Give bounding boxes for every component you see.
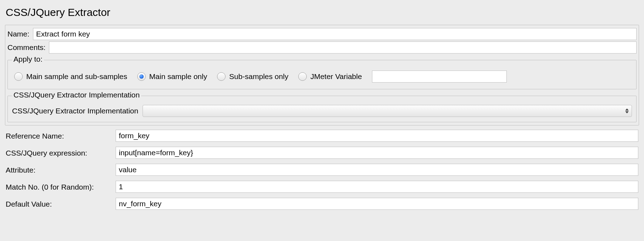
attribute-label: Attribute: bbox=[6, 165, 112, 174]
implementation-select[interactable] bbox=[143, 105, 632, 117]
match-no-input[interactable] bbox=[116, 181, 638, 193]
apply-to-legend: Apply to: bbox=[12, 55, 44, 63]
radio-main-only[interactable]: Main sample only bbox=[137, 72, 207, 81]
comments-label: Comments: bbox=[7, 43, 45, 52]
jmeter-variable-input[interactable] bbox=[372, 71, 507, 83]
svg-marker-1 bbox=[625, 111, 629, 113]
attribute-input[interactable] bbox=[116, 164, 638, 176]
implementation-label: CSS/JQuery Extractor Implementation bbox=[12, 107, 138, 115]
name-label: Name: bbox=[7, 30, 29, 38]
expression-label: CSS/JQuery expression: bbox=[6, 148, 112, 157]
apply-to-options: Main sample and sub-samples Main sample … bbox=[12, 69, 632, 84]
radio-icon bbox=[137, 72, 146, 81]
implementation-fieldset: CSS/JQuery Extractor Implementation CSS/… bbox=[7, 91, 637, 122]
svg-marker-0 bbox=[625, 108, 629, 111]
comments-input[interactable] bbox=[49, 41, 637, 54]
default-value-input[interactable] bbox=[116, 198, 638, 210]
reference-name-input[interactable] bbox=[116, 130, 638, 142]
radio-jmeter-variable[interactable]: JMeter Variable bbox=[298, 72, 362, 81]
radio-icon bbox=[14, 72, 23, 81]
radio-main-and-sub[interactable]: Main sample and sub-samples bbox=[14, 72, 127, 81]
radio-label: Sub-samples only bbox=[229, 72, 288, 81]
match-no-label: Match No. (0 for Random): bbox=[6, 182, 112, 191]
radio-icon bbox=[217, 72, 226, 81]
reference-name-label: Reference Name: bbox=[6, 131, 112, 140]
panel-title: CSS/JQuery Extractor bbox=[6, 6, 639, 18]
extractor-panel: CSS/JQuery Extractor Name: Comments: App… bbox=[0, 0, 644, 217]
radio-icon bbox=[298, 72, 307, 81]
implementation-legend: CSS/JQuery Extractor Implementation bbox=[12, 91, 141, 99]
radio-label: Main sample and sub-samples bbox=[26, 72, 127, 81]
default-value-label: Default Value: bbox=[6, 199, 112, 208]
radio-label: JMeter Variable bbox=[310, 72, 362, 81]
expression-input[interactable] bbox=[116, 147, 638, 159]
header-box: Name: Comments: Apply to: Main sample an… bbox=[5, 25, 639, 125]
radio-label: Main sample only bbox=[149, 72, 207, 81]
fields-grid: Reference Name: CSS/JQuery expression: A… bbox=[5, 130, 639, 210]
apply-to-fieldset: Apply to: Main sample and sub-samples Ma… bbox=[7, 56, 637, 89]
chevron-up-down-icon bbox=[625, 108, 629, 113]
name-input[interactable] bbox=[33, 28, 637, 40]
radio-sub-only[interactable]: Sub-samples only bbox=[217, 72, 288, 81]
